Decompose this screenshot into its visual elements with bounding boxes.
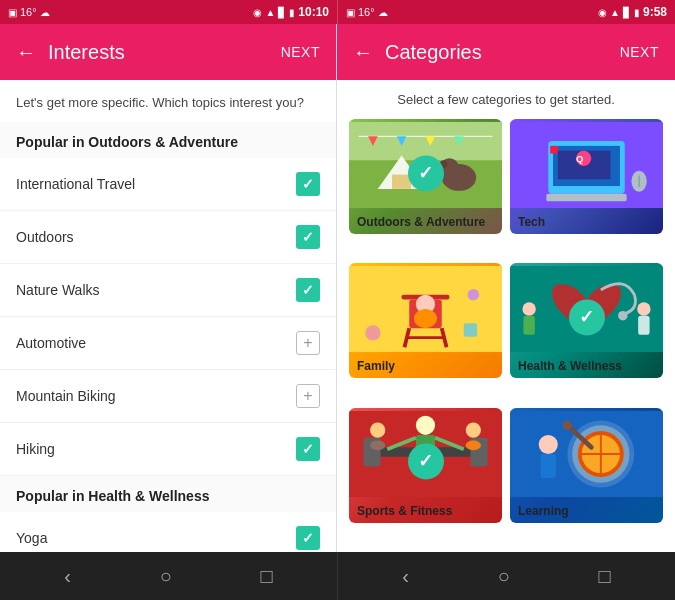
category-label-learning: Learning [518,504,569,518]
category-card-learning[interactable]: Learning [510,408,663,523]
check-overlay-outdoors: ✓ [408,155,444,191]
time-left: 10:10 [298,5,329,19]
svg-rect-15 [550,146,558,154]
nav-home-left[interactable]: ○ [160,565,172,588]
svg-point-45 [466,422,481,437]
cloud-icon-left: ☁ [40,7,50,18]
category-label-sports: Sports & Fitness [357,504,452,518]
svg-rect-61 [541,454,556,478]
svg-point-43 [370,422,385,437]
category-label-tech: Tech [518,215,545,229]
svg-rect-36 [523,316,534,335]
svg-point-32 [468,289,479,300]
categories-screen: ← Categories NEXT Select a few categorie… [337,24,675,552]
nav-home-right[interactable]: ○ [498,565,510,588]
status-icons-right: ▣ 16° ☁ [346,6,388,18]
categories-app-bar: ← Categories NEXT [337,24,675,80]
category-label-family: Family [357,359,395,373]
category-card-outdoors[interactable]: ✓ Outdoors & Adventure [349,119,502,234]
categories-title: Categories [385,41,620,64]
list-item[interactable]: Nature Walks ✓ [0,264,336,317]
categories-subtitle: Select a few categories to get started. [337,80,675,119]
status-bar-left: ▣ 16° ☁ ◉ ▲ ▊ ▮ 10:10 [0,0,337,24]
category-card-tech[interactable]: Q Tech [510,119,663,234]
checkbox-checked[interactable]: ✓ [296,437,320,461]
check-overlay-sports: ✓ [408,444,444,480]
list-item[interactable]: Yoga ✓ [0,512,336,552]
svg-text:Q: Q [576,153,584,164]
categories-back-button[interactable]: ← [353,41,373,64]
checkbox-checked[interactable]: ✓ [296,172,320,196]
interest-label: Nature Walks [16,282,296,298]
status-icons-right-right: ◉ ▲ ▊ ▮ 9:58 [598,5,667,19]
interest-label: Hiking [16,441,296,457]
category-label-bar-learning: Learning [510,497,663,523]
status-bar-right: ▣ 16° ☁ ◉ ▲ ▊ ▮ 9:58 [337,0,675,24]
nav-recent-left[interactable]: □ [261,565,273,588]
category-card-sports[interactable]: ✓ Sports & Fitness [349,408,502,523]
checkbox-checked[interactable]: ✓ [296,278,320,302]
nav-bar-left: ‹ ○ □ [0,552,337,600]
interests-content: Let's get more specific. Which topics in… [0,80,336,552]
checkbox-unchecked[interactable]: + [296,384,320,408]
temp-right: 16° [358,6,375,18]
cloud-icon-right: ☁ [378,7,388,18]
nav-bar-right: ‹ ○ □ [337,552,675,600]
interest-label: Outdoors [16,229,296,245]
svg-rect-19 [546,194,626,202]
interest-label: International Travel [16,176,296,192]
battery-icon-right: ▮ [634,7,640,18]
nav-recent-right[interactable]: □ [599,565,611,588]
list-item[interactable]: Mountain Biking + [0,370,336,423]
svg-point-60 [539,435,558,454]
svg-point-37 [637,303,650,316]
status-icons-right-left: ◉ ▲ ▊ ▮ 10:10 [253,5,329,19]
interests-title: Interests [48,41,281,64]
wifi-icon-left: ▲ [265,7,275,18]
temp-left: 16° [20,6,37,18]
time-right: 9:58 [643,5,667,19]
interests-next-button[interactable]: NEXT [281,44,320,60]
interest-label: Automotive [16,335,296,351]
category-card-family[interactable]: Family [349,263,502,378]
category-label-bar-sports: Sports & Fitness [349,497,502,523]
signal-icon-right: ▊ [623,7,631,18]
svg-point-46 [466,440,481,450]
interests-screen: ← Interests NEXT Let's get more specific… [0,24,337,552]
signal-icon-left: ▊ [278,7,286,18]
svg-point-35 [522,303,535,316]
checkbox-unchecked[interactable]: + [296,331,320,355]
svg-point-47 [416,415,435,434]
location-icon: ◉ [253,7,262,18]
section-header-outdoors: Popular in Outdoors & Adventure [0,122,336,158]
list-item[interactable]: Outdoors ✓ [0,211,336,264]
list-item[interactable]: Hiking ✓ [0,423,336,476]
svg-rect-31 [464,324,477,337]
svg-point-29 [414,309,437,328]
interests-app-bar: ← Interests NEXT [0,24,336,80]
categories-next-button[interactable]: NEXT [620,44,659,60]
interest-label: Mountain Biking [16,388,296,404]
location-icon-right: ◉ [598,7,607,18]
svg-point-44 [370,440,385,450]
interests-back-button[interactable]: ← [16,41,36,64]
battery-icon-left: ▮ [289,7,295,18]
checkbox-checked[interactable]: ✓ [296,225,320,249]
categories-grid: ✓ Outdoors & Adventure Q [337,119,675,552]
nav-back-left[interactable]: ‹ [64,565,71,588]
section-header-health: Popular in Health & Wellness [0,476,336,512]
category-card-health[interactable]: ✓ Health & Wellness [510,263,663,378]
category-label-bar-outdoors: Outdoors & Adventure [349,208,502,234]
interest-label: Yoga [16,530,296,546]
check-overlay-health: ✓ [569,299,605,335]
interests-subtitle: Let's get more specific. Which topics in… [0,80,336,122]
wifi-icon-right: ▲ [610,7,620,18]
category-label-outdoors: Outdoors & Adventure [357,215,485,229]
checkbox-checked[interactable]: ✓ [296,526,320,550]
list-item[interactable]: Automotive + [0,317,336,370]
list-item[interactable]: International Travel ✓ [0,158,336,211]
app-icon-right: ▣ [346,7,355,18]
category-label-bar-tech: Tech [510,208,663,234]
nav-back-right[interactable]: ‹ [402,565,409,588]
svg-point-30 [365,326,380,341]
